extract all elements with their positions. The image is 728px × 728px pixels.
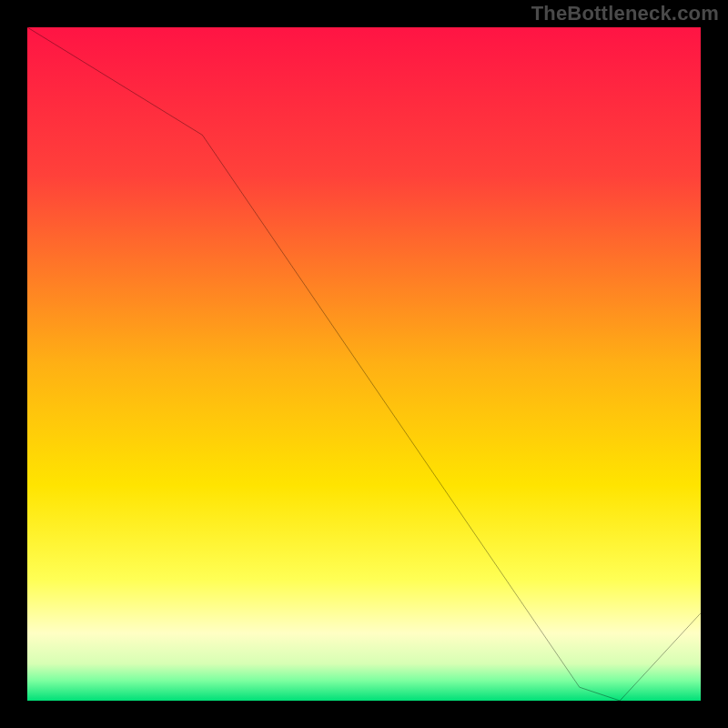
plot-area	[27, 27, 701, 701]
gradient-rect	[27, 27, 701, 701]
chart-svg	[27, 27, 701, 701]
chart-frame: TheBottleneck.com	[0, 0, 728, 728]
watermark-text: TheBottleneck.com	[531, 2, 719, 25]
